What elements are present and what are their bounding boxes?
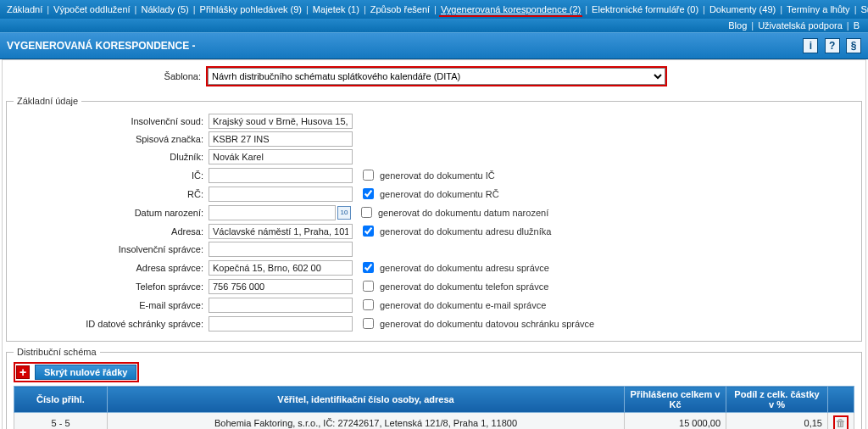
- admin-addr-label: Adresa správce:: [14, 263, 209, 273]
- fileno-label: Spisová značka:: [14, 134, 209, 144]
- top-nav: Základní|Výpočet oddlužení|Náklady (5)|P…: [0, 0, 868, 19]
- databox-input[interactable]: [209, 316, 353, 332]
- cell-creditor: Bohemia Faktoring, s.r.o., IČ: 27242617,…: [108, 413, 625, 430]
- admin-input[interactable]: [209, 242, 353, 257]
- admin-label: Insolvenční správce:: [14, 244, 209, 254]
- nav-right-item[interactable]: B: [852, 20, 861, 31]
- col-share: Podíl z celk. částky v %: [726, 387, 828, 413]
- admin-addr-gen-checkbox[interactable]: [363, 262, 374, 273]
- col-creditor: Věřitel, identifikační číslo osoby, adre…: [108, 387, 625, 413]
- nav-item[interactable]: Elektronické formuláře (0): [590, 4, 700, 14]
- nav-item[interactable]: Náklady (5): [139, 4, 190, 14]
- court-label: Insolvenční soud:: [14, 116, 209, 126]
- nav-item[interactable]: Přihlášky pohledávek (9): [198, 4, 303, 14]
- help-icon[interactable]: ?: [825, 38, 840, 53]
- page-title: VYGENEROVANÁ KORESPONDENCE -: [7, 40, 195, 52]
- admin-tel-input[interactable]: [209, 279, 353, 294]
- address-gen-checkbox[interactable]: [363, 226, 374, 237]
- birth-input[interactable]: [209, 205, 336, 220]
- admin-email-gen-checkbox[interactable]: [363, 299, 374, 310]
- col-num: Číslo přihl.: [14, 387, 108, 413]
- cell-num: 5 - 5: [14, 413, 108, 430]
- rc-label: RČ:: [14, 189, 209, 199]
- dist-fieldset: Distribuční schéma + Skrýt nulové řádky …: [6, 347, 862, 429]
- databox-chk-label: generovat do dokumentu datovou schránku …: [380, 319, 594, 329]
- top-nav-right: Blog|Uživatelská podpora|B: [0, 19, 868, 32]
- cell-total: 15 000,00: [625, 413, 726, 430]
- birth-chk-label: generovat do dokumentu datum narození: [378, 208, 548, 218]
- birth-label: Datum narození:: [14, 208, 209, 218]
- rc-chk-label: generovat do dokumentu RČ: [380, 189, 499, 199]
- address-input[interactable]: [209, 224, 353, 239]
- info-icon[interactable]: i: [803, 38, 818, 53]
- col-total: Přihlášeno celkem v Kč: [625, 387, 726, 413]
- admin-email-input[interactable]: [209, 298, 353, 313]
- nav-item[interactable]: Výpočet oddlužení: [52, 4, 132, 14]
- nav-right-item[interactable]: Uživatelská podpora: [756, 20, 844, 31]
- nav-item[interactable]: Majetek (1): [311, 4, 361, 14]
- col-actions: [828, 387, 854, 413]
- nav-item[interactable]: Subjekty: [859, 4, 868, 14]
- admin-email-label: E-mail správce:: [14, 300, 209, 310]
- delete-icon[interactable]: 🗑: [833, 415, 849, 429]
- section-icon[interactable]: §: [846, 38, 861, 53]
- admin-tel-label: Telefon správce:: [14, 281, 209, 292]
- nav-item[interactable]: Vygenerovaná korespondence (2): [439, 4, 582, 17]
- nav-item[interactable]: Způsob řešení: [369, 4, 431, 14]
- cell-share: 0,15: [726, 413, 828, 430]
- dist-legend: Distribuční schéma: [14, 347, 100, 357]
- databox-label: ID datové schránky správce:: [14, 319, 209, 329]
- rc-input[interactable]: [209, 187, 353, 202]
- databox-gen-checkbox[interactable]: [363, 318, 374, 329]
- table-row: 5 - 5Bohemia Faktoring, s.r.o., IČ: 2724…: [14, 413, 854, 430]
- nav-right-item[interactable]: Blog: [726, 20, 748, 31]
- calendar-icon[interactable]: 10: [337, 206, 351, 220]
- address-chk-label: generovat do dokumentu adresu dlužníka: [380, 226, 551, 237]
- basic-fieldset: Základní údaje Insolvenční soud: Spisová…: [6, 96, 862, 342]
- page-header: VYGENEROVANÁ KORESPONDENCE - i ? §: [0, 32, 868, 59]
- admin-tel-gen-checkbox[interactable]: [363, 281, 374, 292]
- fileno-input[interactable]: [209, 131, 353, 147]
- ic-chk-label: generovat do dokumentu IČ: [380, 170, 495, 181]
- ic-label: IČ:: [14, 170, 209, 181]
- address-label: Adresa:: [14, 226, 209, 237]
- admin-addr-input[interactable]: [209, 260, 353, 276]
- add-row-button[interactable]: +: [16, 365, 30, 379]
- rc-gen-checkbox[interactable]: [363, 188, 374, 199]
- birth-gen-checkbox[interactable]: [361, 207, 372, 218]
- nav-item[interactable]: Dokumenty (49): [708, 4, 777, 14]
- template-select[interactable]: Návrh distribučního schématu splátkového…: [208, 68, 665, 85]
- nav-item[interactable]: Termíny a lhůty: [785, 4, 852, 14]
- ic-gen-checkbox[interactable]: [363, 170, 374, 181]
- court-input[interactable]: [209, 114, 353, 129]
- admin-tel-chk-label: generovat do dokumentu telefon správce: [380, 281, 548, 292]
- ic-input[interactable]: [209, 168, 353, 183]
- admin-email-chk-label: generovat do dokumentu e-mail správce: [380, 300, 546, 310]
- basic-legend: Základní údaje: [14, 96, 81, 106]
- template-label: Šablona:: [11, 71, 206, 81]
- nav-item[interactable]: Základní: [5, 4, 44, 14]
- debtor-label: Dlužník:: [14, 152, 209, 162]
- hide-zero-button[interactable]: Skrýt nulové řádky: [35, 365, 136, 380]
- dist-table: Číslo přihl. Věřitel, identifikační čísl…: [14, 386, 854, 429]
- admin-addr-chk-label: generovat do dokumentu adresu správce: [380, 263, 549, 273]
- debtor-input[interactable]: [209, 149, 353, 164]
